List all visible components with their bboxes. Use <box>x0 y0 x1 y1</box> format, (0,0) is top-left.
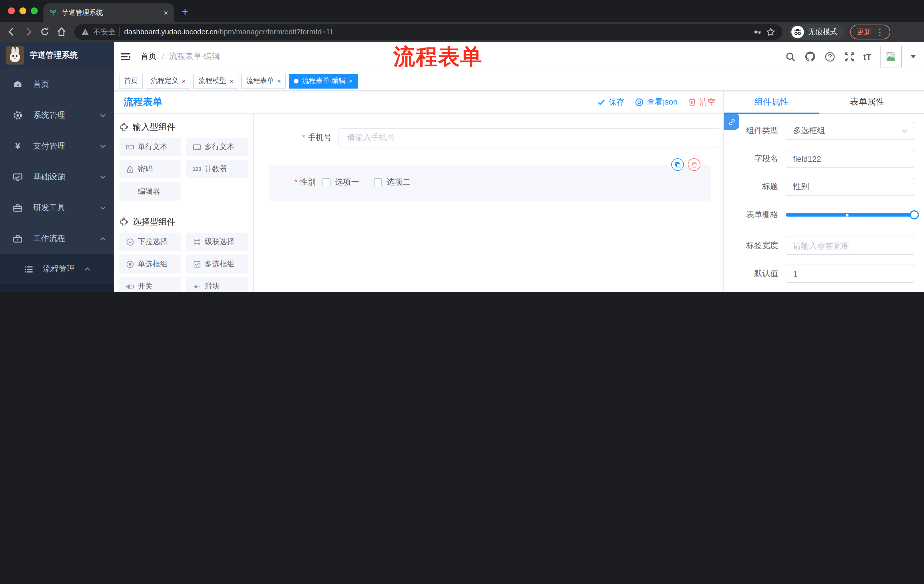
tab-close-icon[interactable]: × <box>164 8 168 17</box>
link-icon[interactable] <box>724 114 739 130</box>
form-canvas[interactable]: 手机号 请输入手机号 性别 选项一 选项二 <box>254 114 723 292</box>
label-width-input[interactable] <box>785 237 914 255</box>
collapse-sidebar-icon[interactable] <box>120 51 132 62</box>
tag-process-form[interactable]: 流程表单× <box>241 73 286 88</box>
briefcase-icon <box>13 234 23 244</box>
screen: 芋道管理系统 × + 不安全 dashboard.yudao.iocoder.c… <box>0 0 924 292</box>
tag-label: 流程表单-编辑 <box>302 76 346 86</box>
font-size-icon[interactable]: tT <box>863 52 871 61</box>
incognito-label: 无痕模式 <box>808 26 838 37</box>
home-icon[interactable] <box>57 27 66 36</box>
key-icon[interactable] <box>753 27 762 36</box>
breadcrumb-separator: / <box>162 52 164 61</box>
puzzle-icon <box>119 217 129 227</box>
new-tab-button[interactable]: + <box>182 5 188 20</box>
gender-checkbox-2[interactable] <box>374 178 382 186</box>
delete-component-button[interactable] <box>688 158 700 171</box>
chip-label: 开关 <box>138 281 153 291</box>
chip-switch[interactable]: 开关 <box>119 277 181 292</box>
tab-component-props[interactable]: 组件属性 <box>724 91 819 113</box>
view-json-button[interactable]: 查看json <box>635 97 678 107</box>
chip-label: 级联选择 <box>205 237 234 247</box>
sidebar-item-label: 工作流程 <box>33 234 89 244</box>
reload-icon[interactable] <box>40 27 50 36</box>
chip-slider[interactable]: 滑块 <box>186 277 248 292</box>
search-icon[interactable] <box>785 51 796 62</box>
sidebar-item-devtools[interactable]: 研发工具 <box>0 192 114 224</box>
tag-close-icon[interactable]: × <box>277 77 281 84</box>
forward-icon[interactable] <box>23 27 33 36</box>
phone-input[interactable]: 请输入手机号 <box>338 128 719 147</box>
tag-label: 流程表单 <box>246 76 274 86</box>
selected-gender-component[interactable]: 性别 选项一 选项二 <box>269 165 711 201</box>
favicon-plant-icon <box>49 8 57 16</box>
chip-single-line-text[interactable]: 单行文本 <box>119 138 181 156</box>
default-value-input[interactable] <box>785 265 914 283</box>
sidebar-item-home[interactable]: 首页 <box>0 69 114 100</box>
tag-process-model[interactable]: 流程模型× <box>193 73 238 88</box>
slider-handle[interactable] <box>910 210 919 219</box>
sidebar-item-label: 支付管理 <box>33 141 89 151</box>
tag-close-icon[interactable]: × <box>349 77 353 84</box>
grid-slider[interactable] <box>785 206 918 224</box>
slider-track[interactable] <box>785 213 914 217</box>
sidebar-item-system[interactable]: 系统管理 <box>0 100 114 131</box>
gender-checkbox-1[interactable] <box>322 178 330 186</box>
field-name-input[interactable] <box>785 150 914 168</box>
tag-process-definition[interactable]: 流程定义× <box>146 73 191 88</box>
avatar-caret-icon[interactable] <box>910 55 916 58</box>
editor-title-bar: 流程表单 保存 查看json 清空 <box>114 91 723 114</box>
sidebar-item-process-form[interactable]: 流程表单 <box>0 284 114 292</box>
browser-tab[interactable]: 芋道管理系统 × <box>43 3 174 22</box>
sidebar-item-label: 基础设施 <box>33 172 89 182</box>
sidebar-item-label: 系统管理 <box>33 110 89 120</box>
chip-select[interactable]: 下拉选择 <box>119 233 181 251</box>
canvas-phone-row[interactable]: 手机号 请输入手机号 <box>269 128 719 147</box>
chip-password[interactable]: 密码 <box>119 160 181 178</box>
chip-checkbox-group[interactable]: 多选框组 <box>186 255 248 273</box>
back-icon[interactable] <box>7 27 16 36</box>
chevron-down-icon <box>99 112 106 119</box>
avatar[interactable] <box>880 46 902 67</box>
title-input[interactable] <box>785 178 914 196</box>
security-label[interactable]: 不安全 <box>93 26 116 37</box>
sidebar-item-workflow[interactable]: 工作流程 <box>0 224 114 254</box>
bookmark-star-icon[interactable] <box>766 27 776 36</box>
window-controls[interactable] <box>8 7 38 14</box>
sidebar: 芋道管理系统 首页 系统管理 ¥ 支付管理 基础设施 研发工具 工作流 <box>0 42 114 292</box>
browser-menu-icon[interactable]: ⋮ <box>876 27 884 36</box>
component-type-select[interactable]: 多选框组 <box>785 122 914 140</box>
tag-home[interactable]: 首页 <box>119 73 143 88</box>
grid-label: 表单栅格 <box>724 210 778 220</box>
tag-close-icon[interactable]: × <box>229 77 233 84</box>
sidebar-item-process-mgmt[interactable]: 流程管理 <box>0 254 114 284</box>
clear-button[interactable]: 清空 <box>688 97 715 107</box>
chip-radio-group[interactable]: 单选框组 <box>119 255 181 273</box>
breadcrumb-home[interactable]: 首页 <box>141 51 157 62</box>
tag-close-icon[interactable]: × <box>182 77 186 84</box>
update-button[interactable]: 更新 ⋮ <box>850 24 890 39</box>
group-title-select: 选择型组件 <box>119 217 253 227</box>
gender-option-1-label[interactable]: 选项一 <box>335 177 359 188</box>
github-icon[interactable] <box>805 51 816 62</box>
copy-component-button[interactable] <box>671 158 684 171</box>
sidebar-submenu-workflow: 流程管理 流程表单 用户分组 流程模型 任务管理 <box>0 254 114 292</box>
save-button[interactable]: 保存 <box>597 97 625 107</box>
sidebar-item-payment[interactable]: ¥ 支付管理 <box>0 131 114 162</box>
chip-editor[interactable]: 编辑器 <box>119 182 181 201</box>
tag-process-form-edit[interactable]: 流程表单-编辑× <box>289 73 358 88</box>
sidebar-item-infra[interactable]: 基础设施 <box>0 162 114 192</box>
url-bar[interactable]: 不安全 dashboard.yudao.iocoder.cn/bpm/manag… <box>74 24 782 40</box>
chip-cascader[interactable]: 级联选择 <box>186 233 248 251</box>
url-text[interactable]: dashboard.yudao.iocoder.cn/bpm/manager/f… <box>124 28 749 36</box>
tab-form-props[interactable]: 表单属性 <box>819 91 915 113</box>
number-123-icon: 123 <box>193 166 201 172</box>
checkbox-icon <box>193 260 201 268</box>
chips-select-group: 下拉选择 级联选择 单选框组 多选框组 开关 滑块 时间选择 时间范围 日期选择… <box>119 233 248 292</box>
help-icon[interactable] <box>825 51 835 62</box>
sidebar-logo[interactable]: 芋道管理系统 <box>0 42 114 69</box>
fullscreen-icon[interactable] <box>844 51 855 62</box>
chip-counter[interactable]: 123计数器 <box>186 160 248 178</box>
gender-option-2-label[interactable]: 选项二 <box>386 177 411 188</box>
chip-multi-line-text[interactable]: 多行文本 <box>186 138 248 156</box>
